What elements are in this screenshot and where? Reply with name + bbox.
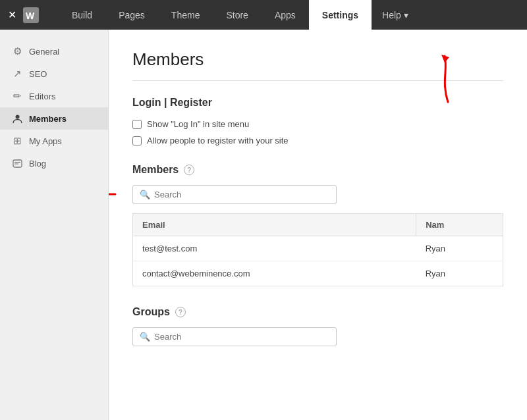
members-help-icon[interactable]: ? bbox=[184, 165, 194, 175]
allow-register-row: Allow people to register with your site bbox=[132, 136, 503, 145]
sidebar-item-my-apps[interactable]: ⊞ My Apps bbox=[0, 130, 108, 152]
show-login-row: Show "Log In" in site menu bbox=[132, 119, 503, 129]
sidebar-item-members[interactable]: Members bbox=[0, 107, 108, 130]
search-icon: 🔍 bbox=[140, 190, 150, 199]
gear-icon: ⚙ bbox=[12, 46, 22, 57]
sidebar-item-blog[interactable]: Blog bbox=[0, 152, 108, 174]
nav-pages[interactable]: Pages bbox=[105, 0, 158, 30]
sidebar-item-editors[interactable]: ✏ Editors bbox=[0, 85, 108, 107]
groups-help-icon[interactable]: ? bbox=[175, 307, 186, 317]
annotation-arrow-left bbox=[109, 174, 122, 216]
sidebar-item-seo-label: SEO bbox=[29, 69, 47, 79]
sidebar-item-editors-label: Editors bbox=[29, 92, 55, 101]
groups-search-input[interactable] bbox=[154, 332, 329, 342]
sidebar-item-blog-label: Blog bbox=[29, 159, 46, 169]
login-register-section: Login | Register Show "Log In" in site m… bbox=[132, 97, 503, 145]
members-section-title-text: Members bbox=[132, 164, 179, 176]
page-title: Members bbox=[132, 49, 503, 70]
nav-store[interactable]: Store bbox=[213, 0, 261, 30]
members-section: Members ? 🔍 Email Nam test@test.comRyanc… bbox=[132, 164, 503, 286]
logo: W bbox=[23, 7, 39, 23]
table-header-row: Email Nam bbox=[133, 214, 503, 236]
show-login-label: Show "Log In" in site menu bbox=[147, 119, 249, 129]
groups-section: Groups ? 🔍 bbox=[132, 306, 503, 346]
sidebar-item-general-label: General bbox=[29, 47, 59, 57]
sidebar: ⚙ General ↗ SEO ✏ Editors Members ⊞ My A… bbox=[0, 30, 109, 420]
name-cell: Ryan bbox=[416, 261, 503, 286]
members-search-box[interactable]: 🔍 bbox=[132, 185, 337, 204]
table-row: contact@webeminence.comRyan bbox=[133, 261, 503, 286]
email-cell: test@test.com bbox=[133, 236, 416, 261]
main-layout: ⚙ General ↗ SEO ✏ Editors Members ⊞ My A… bbox=[0, 30, 527, 420]
groups-section-header: Groups ? bbox=[132, 306, 503, 318]
login-register-title: Login | Register bbox=[132, 97, 503, 109]
close-button[interactable]: ✕ bbox=[8, 9, 16, 21]
sidebar-item-general[interactable]: ⚙ General bbox=[0, 40, 108, 63]
groups-section-title-text: Groups bbox=[132, 306, 170, 318]
groups-search-icon: 🔍 bbox=[140, 332, 150, 342]
seo-icon: ↗ bbox=[12, 68, 22, 79]
nav-settings[interactable]: Settings bbox=[309, 0, 372, 30]
email-cell: contact@webeminence.com bbox=[133, 261, 416, 286]
pencil-icon: ✏ bbox=[12, 91, 22, 101]
apps-icon: ⊞ bbox=[12, 136, 22, 146]
svg-point-2 bbox=[15, 115, 19, 118]
email-column-header: Email bbox=[133, 214, 416, 236]
sidebar-item-seo[interactable]: ↗ SEO bbox=[0, 63, 108, 85]
nav-apps[interactable]: Apps bbox=[262, 0, 309, 30]
title-divider bbox=[132, 80, 503, 81]
sidebar-item-members-label: Members bbox=[29, 114, 67, 124]
nav-help[interactable]: Help ▾ bbox=[372, 0, 419, 30]
svg-text:W: W bbox=[26, 11, 35, 21]
members-section-header: Members ? bbox=[132, 164, 503, 176]
members-search-input[interactable] bbox=[154, 190, 329, 199]
allow-register-label: Allow people to register with your site bbox=[147, 136, 289, 145]
nav-theme[interactable]: Theme bbox=[158, 0, 213, 30]
members-table: Email Nam test@test.comRyancontact@webem… bbox=[132, 213, 503, 286]
allow-register-checkbox[interactable] bbox=[132, 136, 142, 145]
main-content: Members Login | Register Show "Log In" i… bbox=[109, 30, 527, 420]
show-login-checkbox[interactable] bbox=[132, 120, 142, 129]
name-column-header: Nam bbox=[416, 214, 503, 236]
person-icon bbox=[12, 113, 22, 124]
groups-search-box[interactable]: 🔍 bbox=[132, 327, 337, 346]
table-row: test@test.comRyan bbox=[133, 236, 503, 261]
sidebar-item-my-apps-label: My Apps bbox=[29, 136, 62, 146]
top-nav-items: Build Pages Theme Store Apps Settings He… bbox=[59, 0, 519, 30]
top-nav: ✕ W Build Pages Theme Store Apps Setting… bbox=[0, 0, 527, 30]
name-cell: Ryan bbox=[416, 236, 503, 261]
nav-build[interactable]: Build bbox=[59, 0, 105, 30]
blog-icon bbox=[12, 158, 22, 169]
